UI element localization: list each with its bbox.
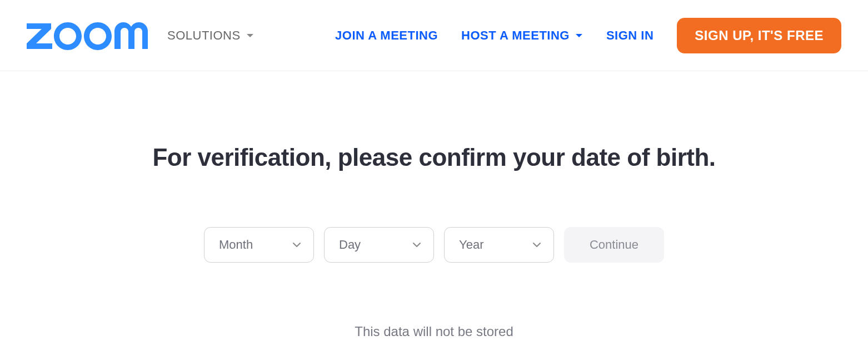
chevron-down-icon [532, 242, 541, 248]
caret-down-icon [246, 33, 254, 38]
chevron-down-icon [412, 242, 421, 248]
day-placeholder: Day [339, 238, 361, 252]
host-meeting-menu[interactable]: HOST A MEETING [461, 28, 583, 43]
page-heading: For verification, please confirm your da… [0, 144, 868, 171]
sign-in-link[interactable]: SIGN IN [606, 28, 654, 43]
chevron-down-icon [292, 242, 301, 248]
year-select[interactable]: Year [444, 227, 554, 263]
storage-note: This data will not be stored [0, 324, 868, 339]
year-placeholder: Year [459, 238, 483, 252]
dob-row: Month Day Year Continue [0, 227, 868, 263]
month-select[interactable]: Month [204, 227, 314, 263]
caret-down-icon [575, 33, 583, 38]
host-meeting-label: HOST A MEETING [461, 28, 570, 43]
nav-right: JOIN A MEETING HOST A MEETING SIGN IN SI… [335, 18, 841, 53]
header: SOLUTIONS JOIN A MEETING HOST A MEETING … [0, 0, 868, 71]
sign-up-button[interactable]: SIGN UP, IT'S FREE [677, 18, 841, 53]
solutions-menu[interactable]: SOLUTIONS [167, 28, 254, 43]
sign-in-label: SIGN IN [606, 28, 654, 43]
join-meeting-link[interactable]: JOIN A MEETING [335, 28, 438, 43]
solutions-label: SOLUTIONS [167, 28, 241, 43]
join-meeting-label: JOIN A MEETING [335, 28, 438, 43]
zoom-logo[interactable] [27, 21, 152, 50]
continue-label: Continue [590, 238, 638, 252]
main-content: For verification, please confirm your da… [0, 71, 868, 339]
continue-button[interactable]: Continue [564, 227, 664, 263]
month-placeholder: Month [219, 238, 253, 252]
day-select[interactable]: Day [324, 227, 434, 263]
sign-up-label: SIGN UP, IT'S FREE [695, 28, 824, 43]
